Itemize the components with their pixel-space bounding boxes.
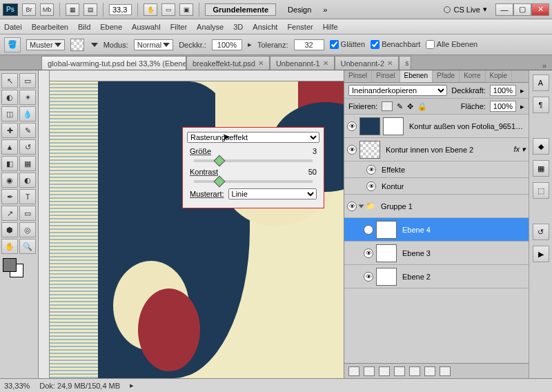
hand-tool-button[interactable]: ✋ (144, 3, 157, 16)
arrange-button[interactable]: ▭ (161, 3, 175, 16)
layer-row[interactable]: 👁 Kontur innen von Ebene 2 fx ▾ (344, 138, 529, 161)
chevron-right-icon[interactable]: ▸ (520, 86, 524, 95)
modus-select[interactable]: Normal (137, 41, 161, 49)
history-panel-icon[interactable]: ↺ (533, 224, 549, 240)
minimize-button[interactable]: — (495, 3, 513, 16)
minibridge-button[interactable]: Mb (40, 3, 54, 16)
move-tool[interactable]: ↖ (1, 73, 18, 88)
eye-icon[interactable]: 👁 (366, 182, 376, 191)
cslive-button[interactable]: CS Live (453, 6, 480, 14)
paragraph-panel-icon[interactable]: ¶ (533, 97, 549, 113)
path-select-tool[interactable]: ↗ (1, 206, 18, 221)
wand-tool[interactable]: ✴ (19, 90, 36, 105)
close-icon[interactable]: ✕ (387, 59, 393, 67)
shape-tool[interactable]: ▭ (19, 206, 36, 221)
disclosure-triangle-icon[interactable] (359, 204, 364, 208)
brush-tool[interactable]: ✎ (19, 123, 36, 138)
link-layers-icon[interactable] (348, 366, 359, 376)
color-panel-icon[interactable]: ◆ (533, 138, 549, 155)
musterart-select[interactable]: Linie (228, 188, 317, 199)
layer-opacity-field[interactable]: 100% (490, 85, 516, 96)
eye-icon[interactable]: 👁 (364, 272, 373, 282)
stamp-tool[interactable]: ▲ (1, 139, 18, 155)
menu-bild[interactable]: Bild (78, 23, 90, 31)
screen-mode-button[interactable]: ▣ (179, 3, 193, 16)
pattern-swatch[interactable] (70, 39, 84, 51)
benachbart-checkbox[interactable]: Benachbart (371, 40, 420, 50)
crop-tool[interactable]: ◫ (1, 106, 18, 121)
lock-transparency-icon[interactable] (382, 101, 393, 111)
adjustment-layer-icon[interactable] (394, 366, 405, 376)
layer-mask-icon[interactable] (379, 366, 390, 376)
new-group-icon[interactable] (409, 366, 420, 376)
tab-kopie[interactable]: Kopie (486, 70, 513, 82)
menu-3d[interactable]: 3D (233, 23, 243, 31)
3d-camera-tool[interactable]: ◎ (19, 222, 36, 237)
menu-datei[interactable]: Datei (4, 23, 22, 31)
layer-row[interactable]: 👁 Ebene 3 (344, 242, 529, 265)
status-zoom[interactable]: 33,33% (4, 382, 30, 390)
view-extras-button[interactable]: ▦ (66, 3, 79, 16)
groesse-slider[interactable] (194, 159, 313, 162)
layer-effect-row[interactable]: 👁 Effekte (344, 161, 529, 178)
muster-select[interactable]: Muster (30, 41, 53, 49)
close-icon[interactable]: ✕ (323, 59, 328, 67)
delete-layer-icon[interactable] (440, 366, 451, 376)
color-swatches[interactable] (1, 258, 37, 279)
tab-ebenen[interactable]: Ebenen (400, 70, 433, 82)
3d-tool[interactable]: ⬢ (1, 222, 18, 237)
chevron-right-icon[interactable]: ▸ (130, 381, 134, 390)
toleranz-field[interactable]: 32 (294, 39, 324, 50)
actions-panel-icon[interactable]: ▶ (533, 246, 549, 262)
doc-tab-more[interactable]: » (537, 61, 552, 70)
menu-ansicht[interactable]: Ansicht (253, 23, 277, 31)
eye-icon[interactable]: 👁 (347, 202, 357, 211)
new-layer-icon[interactable] (424, 366, 435, 376)
alle-ebenen-checkbox[interactable]: Alle Ebenen (426, 40, 477, 50)
eye-icon[interactable]: 👁 (347, 121, 357, 131)
menu-hilfe[interactable]: Hilfe (323, 23, 338, 31)
zoom-tool[interactable]: 🔍 (19, 239, 36, 254)
lock-move-icon[interactable]: ✥ (407, 102, 413, 111)
workspace-design[interactable]: Design (280, 3, 319, 16)
canvas[interactable] (50, 81, 344, 378)
zoom-combo[interactable]: 33,3 (109, 4, 132, 15)
status-dok[interactable]: Dok: 24,9 MB/150,4 MB (39, 382, 120, 390)
close-button[interactable]: ✕ (531, 3, 549, 16)
workspace-grundelemente[interactable]: Grundelemente (205, 3, 276, 16)
menu-analyse[interactable]: Analyse (197, 23, 224, 31)
gradient-tool[interactable]: ▦ (19, 156, 36, 171)
kontrast-value[interactable]: 50 (308, 168, 317, 176)
lock-brush-icon[interactable]: ✎ (397, 102, 403, 111)
heal-tool[interactable]: ✚ (1, 123, 18, 138)
history-brush-tool[interactable]: ↺ (19, 139, 36, 155)
doc-tab[interactable]: global-warming-tut.psd bei 33,3% (Ebene … (41, 56, 186, 70)
blur-tool[interactable]: ◉ (1, 173, 18, 188)
layer-effect-row[interactable]: 👁 Kontur (344, 178, 529, 195)
doc-tab-overflow[interactable]: s (399, 56, 411, 70)
layer-style-icon[interactable] (364, 366, 375, 376)
dodge-tool[interactable]: ◐ (19, 173, 36, 188)
eyedropper-tool[interactable]: 💧 (19, 106, 36, 121)
layer-row[interactable]: 👁 Ebene 2 (344, 265, 529, 288)
doc-tab[interactable]: breakeffekt-tut.psd✕ (186, 56, 270, 70)
menu-filter[interactable]: Filter (170, 23, 187, 31)
eraser-tool[interactable]: ◧ (1, 156, 18, 171)
eye-icon[interactable]: 👁 (364, 225, 373, 235)
fill-opacity-field[interactable]: 100% (490, 101, 516, 112)
marquee-tool[interactable]: ▭ (19, 73, 36, 88)
layer-group-row[interactable]: 👁 📁 Gruppe 1 (344, 195, 529, 218)
hand-tool[interactable]: ✋ (1, 239, 18, 254)
styles-panel-icon[interactable]: ⬚ (533, 182, 549, 199)
effect-select[interactable]: Rasterungseffekt (187, 132, 319, 143)
blend-mode-select[interactable]: Ineinanderkopieren (348, 85, 447, 96)
eye-icon[interactable]: 👁 (364, 248, 373, 258)
lock-all-icon[interactable]: 🔒 (417, 102, 427, 111)
layer-row[interactable]: 👁 Ebene 4 (344, 218, 529, 242)
tab-korrekturen[interactable]: Korre (460, 70, 485, 82)
doc-tab[interactable]: Unbenannt-2✕ (335, 56, 400, 70)
fx-badge[interactable]: fx ▾ (513, 145, 526, 154)
eye-icon[interactable]: 👁 (366, 165, 376, 175)
tab-pinsel[interactable]: Pinsel (344, 70, 372, 82)
doc-tab[interactable]: Unbenannt-1✕ (270, 56, 335, 70)
